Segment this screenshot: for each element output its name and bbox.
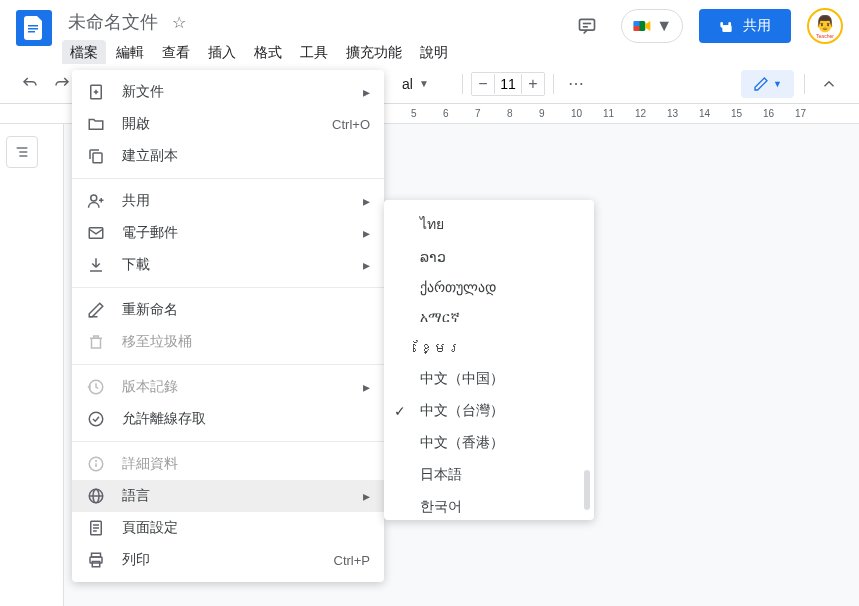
file-menu-item[interactable]: 下載▸ (72, 249, 384, 281)
file-menu-item[interactable]: 列印Ctrl+P (72, 544, 384, 576)
menu-item-label: 版本記錄 (122, 378, 355, 396)
print-icon (86, 550, 106, 570)
file-plus-icon (86, 82, 106, 102)
submenu-arrow-icon: ▸ (363, 225, 370, 241)
language-item[interactable]: አማርኛ (384, 302, 594, 333)
docs-logo[interactable] (16, 10, 52, 46)
language-item[interactable]: ไทย (384, 206, 594, 242)
undo-button[interactable] (16, 70, 44, 98)
svg-rect-7 (634, 21, 640, 26)
menu-item-label: 語言 (122, 487, 355, 505)
copy-icon (86, 146, 106, 166)
svg-point-23 (89, 412, 103, 426)
svg-rect-3 (580, 19, 595, 30)
language-label: ລາວ (420, 249, 446, 265)
language-label: 中文（中国） (420, 370, 504, 388)
svg-point-26 (96, 461, 97, 462)
menu-item-label: 移至垃圾桶 (122, 333, 370, 351)
language-submenu: ไทยລາວქართულადአማርኛខ្មែរ中文（中国）✓中文（台灣）中文（香… (384, 200, 594, 520)
font-size-value[interactable]: 11 (494, 74, 522, 94)
separator (72, 364, 384, 365)
file-menu-item[interactable]: 開啟Ctrl+O (72, 108, 384, 140)
rename-icon (86, 300, 106, 320)
svg-rect-2 (28, 31, 35, 33)
submenu-arrow-icon: ▸ (363, 84, 370, 100)
file-menu-item[interactable]: 新文件▸ (72, 76, 384, 108)
file-menu-item[interactable]: 共用▸ (72, 185, 384, 217)
font-select[interactable]: al▼ (394, 74, 454, 94)
left-sidebar (0, 124, 44, 606)
language-item[interactable]: ខ្មែរ (384, 333, 594, 363)
language-label: ไทย (420, 213, 444, 235)
chevron-down-icon: ▼ (419, 78, 429, 89)
shortcut-label: Ctrl+O (332, 117, 370, 132)
menu-insert[interactable]: 插入 (200, 40, 244, 66)
file-menu-item[interactable]: 電子郵件▸ (72, 217, 384, 249)
user-avatar[interactable]: 👨 Teacher (807, 8, 843, 44)
menu-item-label: 新文件 (122, 83, 355, 101)
svg-rect-1 (28, 28, 38, 30)
file-menu-item[interactable]: 重新命名 (72, 294, 384, 326)
vertical-ruler (44, 124, 64, 606)
collapse-icon[interactable] (815, 70, 843, 98)
folder-icon (86, 114, 106, 134)
font-size-decrease[interactable]: − (472, 73, 494, 95)
file-menu-item[interactable]: 頁面設定 (72, 512, 384, 544)
file-menu-item[interactable]: 語言▸ (72, 480, 384, 512)
language-item[interactable]: 中文（中国） (384, 363, 594, 395)
language-item[interactable]: ລາວ (384, 242, 594, 272)
language-label: ខ្មែរ (420, 340, 461, 356)
language-item[interactable]: 한국어 (384, 491, 594, 520)
menu-item-label: 下載 (122, 256, 355, 274)
language-item[interactable]: 日本語 (384, 459, 594, 491)
menu-view[interactable]: 查看 (154, 40, 198, 66)
doc-title[interactable]: 未命名文件 (62, 8, 164, 36)
more-icon[interactable]: ⋯ (562, 70, 590, 98)
menu-extensions[interactable]: 擴充功能 (338, 40, 410, 66)
scrollbar[interactable] (584, 470, 590, 510)
shortcut-label: Ctrl+P (334, 553, 370, 568)
separator (462, 74, 463, 94)
menu-item-label: 允許離線存取 (122, 410, 370, 428)
editing-mode-button[interactable]: ▼ (741, 70, 794, 98)
svg-rect-8 (634, 26, 640, 31)
svg-point-17 (91, 195, 97, 201)
file-menu-item[interactable]: 允許離線存取 (72, 403, 384, 435)
menu-tools[interactable]: 工具 (292, 40, 336, 66)
submenu-arrow-icon: ▸ (363, 379, 370, 395)
language-item[interactable]: 中文（香港） (384, 427, 594, 459)
file-menu-item[interactable]: 建立副本 (72, 140, 384, 172)
trash-icon (86, 332, 106, 352)
submenu-arrow-icon: ▸ (363, 257, 370, 273)
menu-help[interactable]: 說明 (412, 40, 456, 66)
menu-edit[interactable]: 編輯 (108, 40, 152, 66)
language-item[interactable]: ქართულად (384, 272, 594, 302)
language-label: አማርኛ (420, 309, 460, 326)
share-button[interactable]: 共用 (699, 9, 791, 43)
menu-item-label: 電子郵件 (122, 224, 355, 242)
outline-icon[interactable] (6, 136, 38, 168)
language-label: ქართულად (420, 279, 496, 295)
font-size-increase[interactable]: + (522, 73, 544, 95)
menu-format[interactable]: 格式 (246, 40, 290, 66)
menu-item-label: 詳細資料 (122, 455, 370, 473)
font-size-control: − 11 + (471, 72, 545, 96)
menu-item-label: 開啟 (122, 115, 332, 133)
menu-item-label: 重新命名 (122, 301, 370, 319)
menu-item-label: 頁面設定 (122, 519, 370, 537)
comments-icon[interactable] (569, 8, 605, 44)
star-icon[interactable]: ☆ (172, 13, 186, 32)
history-icon (86, 377, 106, 397)
meet-button[interactable]: ▼ (621, 9, 683, 43)
language-item[interactable]: ✓中文（台灣） (384, 395, 594, 427)
offline-icon (86, 409, 106, 429)
file-menu-item: 移至垃圾桶 (72, 326, 384, 358)
svg-rect-16 (93, 153, 102, 163)
separator (72, 441, 384, 442)
menu-file[interactable]: 檔案 (62, 40, 106, 66)
svg-rect-9 (722, 25, 731, 32)
submenu-arrow-icon: ▸ (363, 193, 370, 209)
menubar: 檔案 編輯 查看 插入 格式 工具 擴充功能 說明 (62, 40, 569, 66)
chevron-down-icon: ▼ (773, 79, 782, 89)
mail-icon (86, 223, 106, 243)
